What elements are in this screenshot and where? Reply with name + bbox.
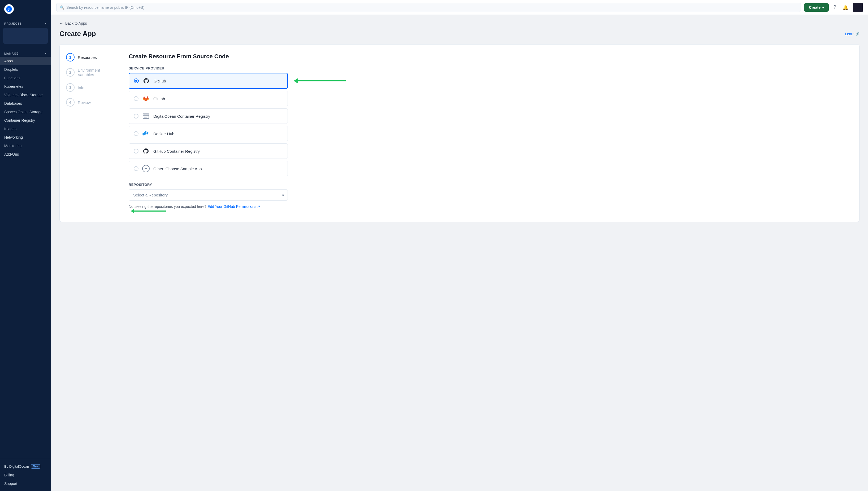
- bell-icon: 🔔: [843, 4, 848, 10]
- step-4-circle: 4: [66, 98, 75, 107]
- sidebar: PROJECTS ▾ MANAGE ▾ Apps Droplets Functi…: [0, 0, 51, 491]
- svg-rect-5: [144, 116, 148, 116]
- projects-box: [3, 28, 48, 44]
- radio-github-registry: [134, 149, 138, 153]
- provider-docker-hub[interactable]: Docker Hub: [129, 126, 288, 141]
- sidebar-logo[interactable]: [0, 0, 51, 18]
- search-bar[interactable]: 🔍 Search by resource name or public IP (…: [56, 3, 801, 12]
- sidebar-item-kubernetes[interactable]: Kubernetes: [0, 82, 51, 91]
- provider-github-label: GitHub: [153, 79, 166, 83]
- step-1-label: Resources: [78, 55, 97, 60]
- svg-point-3: [144, 114, 144, 115]
- digitalocean-logo: [4, 4, 14, 14]
- create-button[interactable]: Create ▾: [804, 3, 829, 12]
- do-registry-icon: [142, 112, 150, 120]
- new-badge: New: [31, 464, 40, 469]
- step-2-label: Environment Variables: [78, 68, 111, 77]
- page-header: Create App Learn 🔗: [59, 30, 860, 38]
- help-button[interactable]: ?: [832, 3, 838, 12]
- provider-do-registry-label: DigitalOcean Container Registry: [153, 114, 210, 118]
- provider-github[interactable]: GitHub: [129, 73, 288, 89]
- step-3-label: Info: [78, 85, 84, 90]
- green-arrow-github: [294, 78, 346, 84]
- provider-other-label: Other: Choose Sample App: [153, 167, 202, 171]
- provider-gitlab[interactable]: GitLab: [129, 91, 288, 106]
- wizard-main-content: Create Resource From Source Code Service…: [118, 45, 859, 222]
- other-icon: +: [142, 165, 150, 172]
- provider-gitlab-label: GitLab: [153, 96, 165, 101]
- provider-do-registry[interactable]: DigitalOcean Container Registry: [129, 109, 288, 124]
- sidebar-item-container-registry[interactable]: Container Registry: [0, 116, 51, 125]
- radio-do-registry: [134, 114, 138, 118]
- step-1-circle: 1: [66, 53, 75, 61]
- projects-section: PROJECTS ▾: [0, 18, 51, 48]
- provider-github-registry-label: GitHub Container Registry: [153, 149, 200, 153]
- radio-gitlab: [134, 96, 138, 101]
- radio-github: [134, 79, 139, 83]
- wizard-steps: 1 Resources 2 Environment Variables 3 In…: [60, 45, 118, 222]
- notifications-button[interactable]: 🔔: [841, 3, 850, 12]
- sidebar-item-databases[interactable]: Databases: [0, 99, 51, 108]
- back-to-apps-link[interactable]: Back to Apps: [65, 21, 87, 25]
- provider-github-registry[interactable]: GitHub Container Registry: [129, 143, 288, 159]
- repository-select[interactable]: Select a Repository: [129, 189, 288, 201]
- step-2-circle: 2: [66, 68, 75, 77]
- step-3-circle: 3: [66, 83, 75, 92]
- page-title: Create App: [59, 30, 96, 38]
- gitlab-icon: [142, 95, 150, 102]
- sidebar-item-functions[interactable]: Functions: [0, 74, 51, 82]
- repository-label: Repository: [129, 183, 288, 186]
- repository-select-wrapper: Select a Repository ▾: [129, 189, 288, 201]
- user-avatar[interactable]: [853, 3, 863, 12]
- back-arrow-icon: ←: [59, 21, 63, 25]
- service-provider-label: Service Provider: [129, 66, 849, 70]
- green-arrow-permissions: [131, 209, 166, 213]
- by-digitalocean: By DigitalOcean New: [0, 462, 51, 471]
- sidebar-item-spaces[interactable]: Spaces Object Storage: [0, 108, 51, 116]
- radio-other: [134, 166, 138, 171]
- manage-section: MANAGE ▾ Apps Droplets Functions Kuberne…: [0, 48, 51, 161]
- main-area: 🔍 Search by resource name or public IP (…: [51, 0, 868, 491]
- content-area: ← Back to Apps Create App Learn 🔗 1 Reso…: [51, 15, 868, 491]
- search-placeholder: Search by resource name or public IP (Cm…: [66, 5, 144, 9]
- svg-point-4: [145, 114, 145, 115]
- sidebar-item-images[interactable]: Images: [0, 125, 51, 133]
- wizard-step-1: 1 Resources: [66, 53, 111, 61]
- provider-other[interactable]: + Other: Choose Sample App: [129, 161, 288, 176]
- sidebar-item-droplets[interactable]: Droplets: [0, 65, 51, 74]
- step-4-label: Review: [78, 100, 91, 105]
- manage-header: MANAGE ▾: [0, 50, 51, 57]
- provider-docker-hub-label: Docker Hub: [153, 132, 174, 136]
- svg-rect-6: [144, 117, 147, 117]
- external-link-icon: ↗: [257, 204, 260, 209]
- external-link-icon: 🔗: [856, 32, 860, 36]
- learn-link[interactable]: Learn 🔗: [845, 32, 860, 36]
- github-icon: [142, 77, 150, 85]
- wizard-content-title: Create Resource From Source Code: [129, 53, 849, 60]
- sidebar-item-networking[interactable]: Networking: [0, 133, 51, 142]
- sidebar-item-apps[interactable]: Apps: [0, 57, 51, 65]
- sidebar-bottom: By DigitalOcean New Billing Support: [0, 459, 51, 491]
- breadcrumb: ← Back to Apps: [59, 21, 860, 25]
- not-seeing-text: Not seeing the repositories you expected…: [129, 204, 288, 213]
- wizard-step-2: 2 Environment Variables: [66, 68, 111, 77]
- wizard-card: 1 Resources 2 Environment Variables 3 In…: [59, 44, 860, 222]
- wizard-step-3: 3 Info: [66, 83, 111, 92]
- github-registry-icon: [142, 147, 150, 155]
- docker-hub-icon: [142, 130, 150, 137]
- radio-docker-hub: [134, 131, 138, 136]
- sidebar-item-addons[interactable]: Add-Ons: [0, 150, 51, 158]
- edit-permissions-link[interactable]: Edit Your GitHub Permissions ↗: [207, 204, 260, 209]
- help-icon: ?: [834, 4, 836, 10]
- repository-section: Repository Select a Repository ▾ Not see…: [129, 183, 288, 213]
- sidebar-item-support[interactable]: Support: [0, 479, 51, 488]
- sidebar-item-volumes[interactable]: Volumes Block Storage: [0, 91, 51, 99]
- projects-header: PROJECTS ▾: [0, 20, 51, 27]
- header: 🔍 Search by resource name or public IP (…: [51, 0, 868, 15]
- sidebar-item-monitoring[interactable]: Monitoring: [0, 142, 51, 150]
- search-icon: 🔍: [60, 5, 64, 9]
- wizard-step-4: 4 Review: [66, 98, 111, 107]
- sidebar-item-billing[interactable]: Billing: [0, 471, 51, 479]
